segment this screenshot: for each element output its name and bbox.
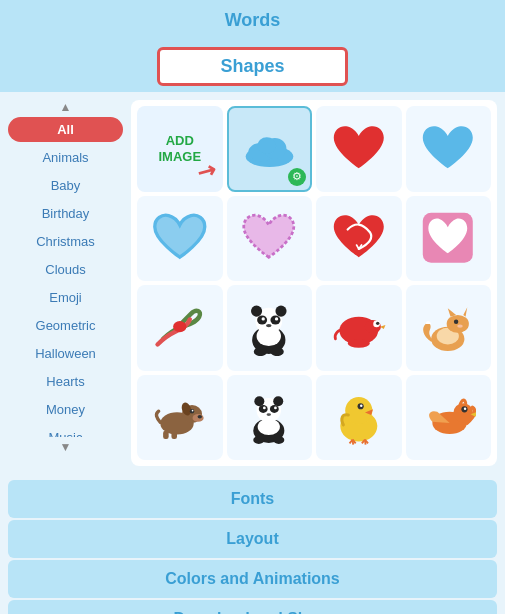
- download-share-button[interactable]: Download and Share: [8, 600, 497, 614]
- image-grid-area: ADDIMAGE ↗ ⚙: [131, 100, 497, 466]
- sidebar-item-halloween[interactable]: Halloween: [8, 341, 123, 366]
- svg-point-3: [257, 138, 276, 155]
- svg-point-15: [266, 324, 272, 327]
- red-swirl-heart-cell[interactable]: [316, 196, 402, 282]
- svg-point-10: [276, 306, 287, 317]
- svg-point-22: [348, 339, 370, 348]
- pink-box-heart-icon: [420, 210, 476, 266]
- red-heart-icon: [331, 121, 387, 177]
- scroll-down-arrow[interactable]: ▼: [8, 440, 123, 454]
- svg-point-14: [275, 317, 278, 320]
- add-image-cell[interactable]: ADDIMAGE ↗: [137, 106, 223, 192]
- sidebar-item-hearts[interactable]: Hearts: [8, 369, 123, 394]
- svg-point-40: [255, 397, 265, 407]
- shapes-button[interactable]: Shapes: [157, 47, 347, 86]
- blue-outline-heart-icon: [152, 210, 208, 266]
- sidebar-item-christmas[interactable]: Christmas: [8, 229, 123, 254]
- red-bird-icon: [331, 300, 387, 356]
- blue-heart-cell[interactable]: [406, 106, 492, 192]
- svg-point-45: [275, 407, 278, 410]
- svg-point-46: [267, 414, 271, 417]
- svg-point-43: [270, 406, 279, 414]
- sidebar: ▲ All Animals Baby Birthday Christmas Cl…: [8, 100, 123, 466]
- pink-box-heart-cell[interactable]: [406, 196, 492, 282]
- hands-heart-cell[interactable]: [137, 285, 223, 371]
- hands-heart-icon: [152, 300, 208, 356]
- blue-heart-icon: [420, 121, 476, 177]
- chick-cell[interactable]: [316, 375, 402, 461]
- svg-point-13: [262, 317, 265, 320]
- sidebar-item-clouds[interactable]: Clouds: [8, 257, 123, 282]
- orange-bird-cell[interactable]: [406, 375, 492, 461]
- dog-icon: [152, 389, 208, 445]
- add-image-label: ADDIMAGE: [158, 133, 201, 164]
- panda-cell[interactable]: [227, 285, 313, 371]
- panda-small-cell[interactable]: [227, 375, 313, 461]
- words-label: Words: [225, 10, 281, 30]
- svg-point-48: [274, 437, 285, 445]
- blue-outline-heart-cell[interactable]: [137, 196, 223, 282]
- layout-button[interactable]: Layout: [8, 520, 497, 558]
- words-bar[interactable]: Words: [0, 0, 505, 41]
- svg-rect-36: [171, 431, 177, 439]
- chick-icon: [331, 389, 387, 445]
- sidebar-item-birthday[interactable]: Birthday: [8, 201, 123, 226]
- sidebar-item-music[interactable]: Music: [8, 425, 123, 437]
- gear-badge: ⚙: [288, 168, 306, 186]
- svg-point-41: [274, 397, 284, 407]
- sidebar-item-geometric[interactable]: Geometric: [8, 313, 123, 338]
- svg-point-34: [192, 410, 194, 412]
- panda-icon: [241, 300, 297, 356]
- orange-bird-icon: [420, 389, 476, 445]
- pink-dotted-heart-cell[interactable]: [227, 196, 313, 282]
- fonts-button[interactable]: Fonts: [8, 480, 497, 518]
- fox-icon: [420, 300, 476, 356]
- pink-dotted-heart-icon: [241, 210, 297, 266]
- cloud-cell[interactable]: ⚙: [227, 106, 313, 192]
- svg-point-50: [345, 397, 372, 424]
- main-area: ▲ All Animals Baby Birthday Christmas Cl…: [0, 92, 505, 474]
- red-swirl-heart-icon: [331, 210, 387, 266]
- svg-point-32: [198, 416, 202, 419]
- sidebar-item-all[interactable]: All: [8, 117, 123, 142]
- sidebar-scroll: All Animals Baby Birthday Christmas Clou…: [8, 117, 123, 437]
- fox-cell[interactable]: [406, 285, 492, 371]
- svg-point-52: [360, 405, 362, 407]
- red-bird-cell[interactable]: [316, 285, 402, 371]
- svg-point-60: [454, 404, 474, 424]
- svg-point-44: [263, 407, 266, 410]
- colors-animations-button[interactable]: Colors and Animations: [8, 560, 497, 598]
- image-grid: ADDIMAGE ↗ ⚙: [137, 106, 491, 460]
- sidebar-item-money[interactable]: Money: [8, 397, 123, 422]
- svg-point-42: [259, 406, 268, 414]
- bottom-buttons: Fonts Layout Colors and Animations Downl…: [0, 474, 505, 614]
- cloud-icon: [243, 122, 296, 175]
- svg-point-9: [251, 306, 262, 317]
- shapes-bar: Shapes: [0, 41, 505, 92]
- svg-point-25: [447, 315, 469, 333]
- dog-cell[interactable]: [137, 375, 223, 461]
- sidebar-item-emoji[interactable]: Emoji: [8, 285, 123, 310]
- svg-rect-35: [163, 431, 169, 439]
- panda-small-icon: [241, 389, 297, 445]
- scroll-up-arrow[interactable]: ▲: [8, 100, 123, 114]
- svg-point-5: [173, 321, 186, 332]
- svg-point-21: [376, 322, 379, 325]
- svg-point-26: [454, 319, 458, 323]
- svg-point-31: [193, 414, 204, 422]
- sidebar-item-animals[interactable]: Animals: [8, 145, 123, 170]
- svg-point-47: [254, 437, 265, 445]
- svg-point-62: [464, 408, 466, 410]
- svg-point-27: [458, 324, 464, 327]
- sidebar-item-baby[interactable]: Baby: [8, 173, 123, 198]
- red-heart-cell[interactable]: [316, 106, 402, 192]
